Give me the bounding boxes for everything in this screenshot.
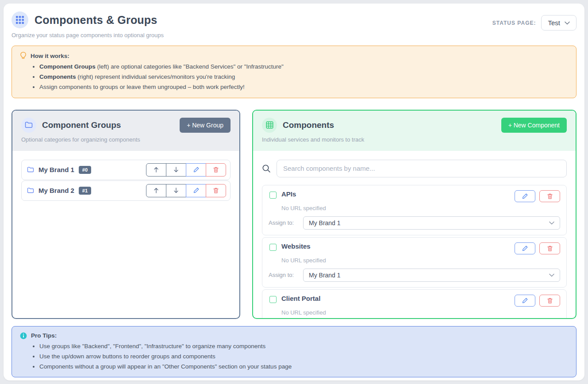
new-component-button[interactable]: + New Component [501,118,567,133]
assign-to-label: Assign to: [269,272,296,278]
search-components-input[interactable] [277,160,567,177]
components-header: Components + New Component Individual se… [253,111,576,151]
component-name: Client Portal [281,295,320,302]
groups-panel-subtitle: Optional categories for organizing compo… [21,136,231,143]
trash-icon [213,188,219,193]
groups-panel-title: Component Groups [42,120,174,130]
assign-group-select[interactable]: My Brand 1 [303,269,560,282]
folder-icon [27,188,34,193]
trash-icon [213,167,219,173]
pro-tips-item: Use groups like "Backend", "Frontend", "… [39,342,568,350]
edit-component-button[interactable] [515,242,535,254]
arrow-up-icon [154,167,159,173]
delete-group-button[interactable] [206,184,226,197]
move-up-button[interactable] [146,184,166,197]
trash-icon [547,298,553,303]
pro-tips-title: Pro Tips: [31,332,57,339]
pro-tips-list: Use groups like "Backend", "Frontend", "… [39,342,568,371]
pencil-icon [522,298,528,303]
group-row: My Brand 2 #1 [21,180,231,201]
how-it-works-item: Components (right) represent individual … [39,73,568,81]
info-icon [20,332,27,339]
delete-group-button[interactable] [206,163,226,177]
delete-component-button[interactable] [539,190,560,202]
arrow-down-icon [173,188,179,193]
pro-tips-item: Components without a group will appear i… [39,363,568,371]
how-it-works-box: How it works: Component Groups (left) ar… [12,46,576,98]
assign-group-value: My Brand 1 [309,272,341,279]
components-panel-title: Components [283,120,496,130]
how-it-works-item: Component Groups (left) are optional cat… [39,63,568,71]
arrow-up-icon [154,188,159,193]
assign-group-value: My Brand 1 [309,219,341,227]
pencil-icon [522,246,528,251]
component-url-status: No URL specified [281,205,560,211]
status-page-label: STATUS PAGE: [492,20,536,26]
group-name: My Brand 2 [38,187,74,194]
pencil-icon [522,193,528,199]
trash-icon [547,246,553,251]
group-actions [146,184,226,197]
edit-component-button[interactable] [515,190,535,202]
group-row: My Brand 1 #0 [21,160,231,180]
pencil-icon [193,167,199,173]
page-title: Components & Groups [35,14,157,27]
move-down-button[interactable] [166,184,186,197]
component-checkbox[interactable] [269,244,277,251]
move-down-button[interactable] [166,163,186,177]
page-card: Components & Groups Organize your status… [4,4,584,380]
page-header: Components & Groups Organize your status… [12,12,576,38]
table-grid-icon [262,118,277,133]
move-up-button[interactable] [146,163,166,177]
arrow-down-icon [173,167,179,173]
how-it-works-item: Assign components to groups or leave the… [39,83,568,91]
group-name: My Brand 1 [38,166,74,173]
edit-group-button[interactable] [186,163,206,177]
assign-group-select[interactable]: My Brand 1 [303,216,560,230]
new-group-button[interactable]: + New Group [180,118,231,133]
component-groups-panel: Component Groups + New Group Optional ca… [12,110,240,319]
component-url-status: No URL specified [281,257,560,264]
pro-tips-box: Pro Tips: Use groups like "Backend", "Fr… [12,326,576,378]
group-order-badge: #0 [79,166,91,174]
how-it-works-title: How it works: [31,53,69,59]
component-card: Client Portal No URL specified Assign to… [262,289,567,319]
component-name: APIs [281,190,296,198]
folder-icon [27,167,34,173]
group-order-badge: #1 [79,187,91,195]
component-groups-header: Component Groups + New Group Optional ca… [12,111,239,151]
folder-icon [21,118,36,133]
components-grid-icon [12,12,28,28]
edit-component-button[interactable] [515,295,535,307]
search-icon [262,164,271,173]
how-it-works-list: Component Groups (left) are optional cat… [39,63,568,92]
page-subtitle: Organize your status page components int… [12,32,164,38]
lightbulb-icon [20,52,27,60]
status-page-select[interactable]: Test [541,15,576,31]
component-checkbox[interactable] [269,296,277,303]
chevron-down-icon [549,221,554,225]
delete-component-button[interactable] [539,242,560,254]
pro-tips-item: Use the up/down arrow buttons to reorder… [39,353,568,361]
status-page-select-value: Test [548,19,560,27]
edit-group-button[interactable] [186,184,206,197]
trash-icon [547,193,553,199]
component-name: Websites [281,242,311,250]
component-card: Websites No URL specified Assign to: My … [262,237,567,288]
assign-to-label: Assign to: [269,219,296,226]
components-panel-subtitle: Individual services and monitors to trac… [262,136,567,143]
group-actions [146,163,226,177]
component-card: APIs No URL specified Assign to: My Bran… [262,185,567,235]
chevron-down-icon [565,21,570,25]
delete-component-button[interactable] [539,295,560,307]
component-url-status: No URL specified [281,309,560,316]
groups-list: My Brand 1 #0 My Brand 2 #1 [12,151,239,210]
chevron-down-icon [549,273,554,277]
pencil-icon [193,188,199,193]
component-checkbox[interactable] [269,192,277,199]
components-panel: Components + New Component Individual se… [252,110,576,319]
